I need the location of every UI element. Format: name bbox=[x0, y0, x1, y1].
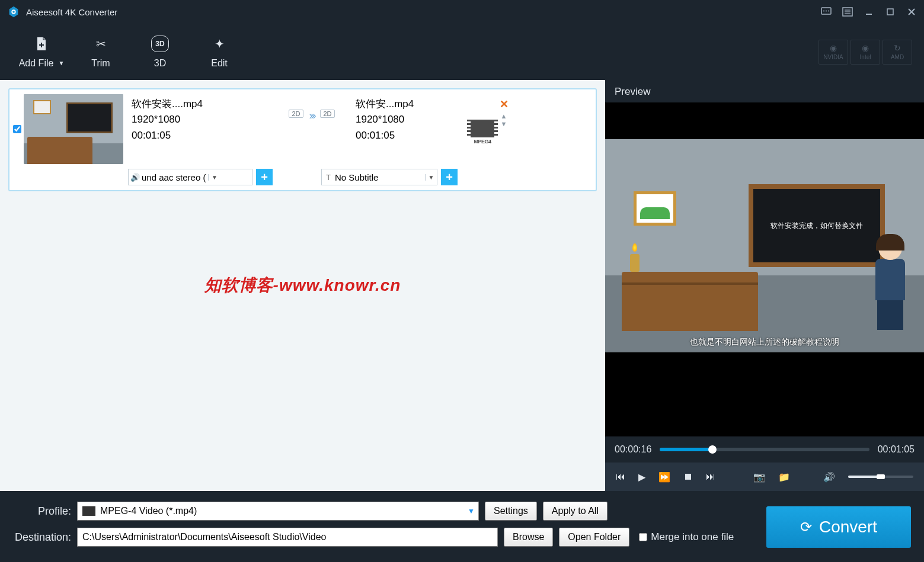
chevron-down-icon: ▼ bbox=[208, 174, 220, 181]
3d-icon: 3D bbox=[151, 36, 168, 52]
prev-button[interactable]: ⏮ bbox=[616, 471, 625, 482]
file-thumbnail bbox=[24, 94, 123, 164]
remove-item-button[interactable]: ✕ bbox=[500, 98, 509, 111]
chevron-down-icon: ▼ bbox=[425, 174, 437, 181]
svg-point-5 bbox=[828, 11, 829, 12]
maximize-button[interactable] bbox=[885, 7, 896, 17]
nvidia-icon: ◉ bbox=[830, 43, 837, 53]
stop-button[interactable]: ⏹ bbox=[683, 471, 693, 482]
intel-icon: ◉ bbox=[862, 43, 869, 53]
preview-board-text: 软件安装完成，如何替换文件 bbox=[749, 184, 885, 267]
svg-point-1 bbox=[12, 11, 15, 13]
source-resolution: 1920*1080 bbox=[132, 112, 268, 127]
destination-label: Destination: bbox=[13, 531, 71, 544]
gpu-badge-intel: ◉Intel bbox=[851, 40, 880, 65]
badge-2d-target: 2D bbox=[320, 110, 334, 118]
volume-slider[interactable] bbox=[848, 476, 913, 478]
preview-panel: Preview 软件安装完成，如何替换文件 也就是不明白网站上所述的破解教程说明… bbox=[605, 80, 924, 491]
add-file-icon bbox=[36, 36, 47, 52]
playback-controls: ⏮ ▶ ⏩ ⏹ ⏭ 📷 📁 🔊 bbox=[605, 463, 924, 491]
settings-button[interactable]: Settings bbox=[485, 502, 537, 521]
add-subtitle-button[interactable]: + bbox=[441, 169, 458, 185]
add-file-label: Add File bbox=[19, 58, 54, 69]
progress-track[interactable] bbox=[660, 448, 869, 451]
video-progress-bar[interactable]: 00:00:16 00:01:05 bbox=[605, 436, 924, 463]
subtitle-icon: T bbox=[322, 173, 335, 182]
subtitle-select[interactable]: T No Subtitle ▼ bbox=[321, 169, 437, 185]
file-item[interactable]: 软件安装....mp4 1920*1080 00:01:05 2D ››› 2D… bbox=[8, 88, 597, 191]
edit-label: Edit bbox=[211, 58, 228, 69]
3d-button[interactable]: 3D 3D bbox=[130, 36, 190, 69]
convert-button[interactable]: ⟳ Convert bbox=[766, 506, 911, 548]
minimize-button[interactable] bbox=[864, 7, 874, 17]
time-current: 00:00:16 bbox=[615, 444, 651, 455]
trim-label: Trim bbox=[91, 58, 110, 69]
volume-icon[interactable]: 🔊 bbox=[823, 471, 835, 483]
feedback-icon[interactable] bbox=[821, 7, 832, 17]
audio-icon: 🔊 bbox=[129, 173, 142, 182]
source-filename: 软件安装....mp4 bbox=[132, 97, 268, 112]
badge-2d-source: 2D bbox=[289, 110, 303, 118]
app-title: Aiseesoft 4K Converter bbox=[26, 7, 821, 17]
file-list-panel: 软件安装....mp4 1920*1080 00:01:05 2D ››› 2D… bbox=[0, 80, 605, 491]
titlebar: Aiseesoft 4K Converter bbox=[0, 0, 924, 24]
profile-select[interactable]: MPEG-4 Video (*.mp4) ▼ bbox=[77, 502, 479, 521]
gpu-badge-amd: ↻AMD bbox=[883, 40, 912, 65]
profile-format-icon bbox=[82, 506, 95, 516]
scissors-icon: ✂ bbox=[96, 36, 106, 52]
chevron-down-icon: ▼ bbox=[58, 60, 64, 66]
sparkle-icon: ✦ bbox=[215, 36, 225, 52]
add-file-button[interactable]: Add File▼ bbox=[12, 36, 71, 69]
output-format-icon: MPEG4 bbox=[468, 94, 497, 164]
trim-button[interactable]: ✂ Trim bbox=[71, 36, 130, 69]
target-resolution: 1920*1080 bbox=[356, 112, 468, 127]
svg-point-4 bbox=[826, 11, 827, 12]
main-toolbar: Add File▼ ✂ Trim 3D 3D ✦ Edit ◉NVIDIA ◉I… bbox=[0, 24, 924, 80]
conversion-arrow: 2D ››› 2D bbox=[268, 94, 356, 164]
3d-label: 3D bbox=[154, 58, 166, 69]
apply-to-all-button[interactable]: Apply to All bbox=[543, 502, 608, 521]
snapshot-folder-button[interactable]: 📁 bbox=[778, 471, 790, 483]
edit-button[interactable]: ✦ Edit bbox=[190, 36, 249, 69]
time-total: 00:01:05 bbox=[878, 444, 915, 455]
bottom-bar: Profile: MPEG-4 Video (*.mp4) ▼ Settings… bbox=[0, 491, 924, 562]
next-button[interactable]: ⏭ bbox=[706, 471, 715, 482]
svg-rect-11 bbox=[887, 9, 893, 15]
convert-icon: ⟳ bbox=[800, 519, 812, 535]
preview-video-area[interactable]: 软件安装完成，如何替换文件 也就是不明白网站上所述的破解教程说明 bbox=[605, 102, 924, 436]
destination-input[interactable]: C:\Users\Administrator\Documents\Aiseeso… bbox=[77, 528, 498, 547]
source-duration: 00:01:05 bbox=[132, 128, 268, 143]
open-folder-button[interactable]: Open Folder bbox=[559, 528, 629, 547]
target-filename: 软件安...mp4 bbox=[356, 97, 468, 112]
file-checkbox[interactable] bbox=[13, 94, 24, 164]
gpu-badge-nvidia: ◉NVIDIA bbox=[819, 40, 848, 65]
menu-icon[interactable] bbox=[842, 7, 853, 17]
merge-checkbox[interactable]: Merge into one file bbox=[639, 531, 734, 543]
add-audio-button[interactable]: + bbox=[256, 169, 273, 185]
profile-label: Profile: bbox=[13, 505, 71, 518]
audio-track-select[interactable]: 🔊 und aac stereo ( ▼ bbox=[128, 169, 252, 185]
fast-forward-button[interactable]: ⏩ bbox=[658, 471, 670, 483]
amd-icon: ↻ bbox=[894, 43, 901, 53]
preview-subtitle: 也就是不明白网站上所述的破解教程说明 bbox=[605, 337, 924, 348]
app-logo-icon bbox=[7, 5, 20, 18]
browse-button[interactable]: Browse bbox=[504, 528, 553, 547]
preview-title: Preview bbox=[605, 80, 924, 102]
close-button[interactable] bbox=[906, 7, 917, 17]
reorder-up-icon[interactable]: ▲ bbox=[501, 114, 507, 118]
chevron-down-icon: ▼ bbox=[468, 507, 475, 515]
svg-point-3 bbox=[823, 11, 824, 12]
play-button[interactable]: ▶ bbox=[638, 471, 645, 483]
target-duration: 00:01:05 bbox=[356, 128, 468, 143]
snapshot-button[interactable]: 📷 bbox=[753, 471, 765, 483]
watermark-text: 知软博客-www.knowr.cn bbox=[204, 274, 401, 297]
reorder-down-icon[interactable]: ▼ bbox=[501, 122, 507, 126]
